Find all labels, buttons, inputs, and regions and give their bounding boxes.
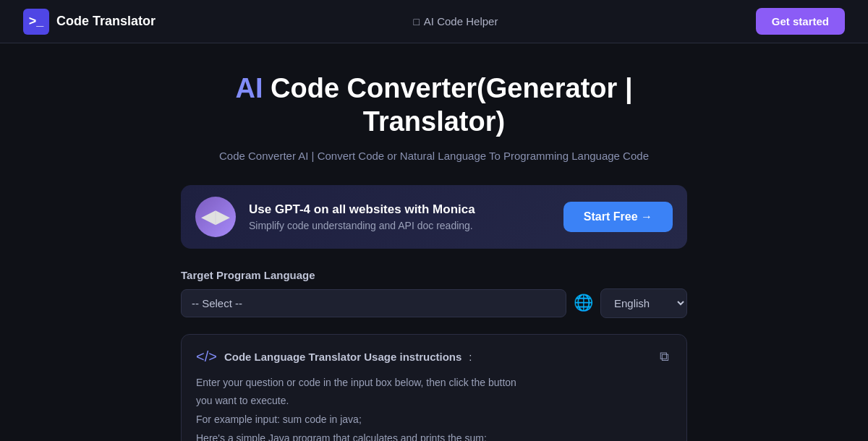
copy-instructions-button[interactable]: ⧉ <box>657 348 672 366</box>
instructions-card: </> Code Language Translator Usage instr… <box>181 334 687 441</box>
instruction-line-1: Enter your question or code in the input… <box>196 374 672 392</box>
promo-text: Use GPT-4 on all websites with Monica Si… <box>249 202 550 231</box>
promo-banner: ◀▶ Use GPT-4 on all websites with Monica… <box>181 185 687 249</box>
navbar: >_ Code Translator □ AI Code Helper Get … <box>0 0 868 43</box>
instruction-line-3: For example input: sum code in java; <box>196 411 672 429</box>
instruction-line-4: Here's a simple Java program that calcul… <box>196 430 672 441</box>
globe-icon: 🌐 <box>574 294 593 312</box>
instructions-text: Enter your question or code in the input… <box>196 374 672 441</box>
language-row: -- Select -- 🌐 English Spanish French Ge… <box>181 288 687 318</box>
instructions-header: </> Code Language Translator Usage instr… <box>196 348 672 366</box>
instructions-colon: : <box>469 351 472 363</box>
title-rest: Code Converter(Generator | Translator) <box>263 73 632 137</box>
main-content: AI Code Converter(Generator | Translator… <box>166 43 702 441</box>
instructions-title-row: </> Code Language Translator Usage instr… <box>196 348 472 365</box>
navbar-center-label: AI Code Helper <box>424 15 498 27</box>
page-subtitle: Code Converter AI | Convert Code or Natu… <box>181 148 687 165</box>
get-started-button[interactable]: Get started <box>756 8 845 35</box>
logo: >_ Code Translator <box>23 9 156 35</box>
promo-avatar-icon: ◀▶ <box>201 205 230 228</box>
logo-text: Code Translator <box>56 14 156 29</box>
ai-helper-icon: □ <box>413 16 419 27</box>
language-select-main[interactable]: -- Select -- <box>181 289 566 317</box>
ai-label: AI <box>235 73 263 103</box>
language-select-english[interactable]: English Spanish French German Chinese <box>600 288 687 318</box>
logo-icon: >_ <box>23 9 49 35</box>
target-language-label: Target Program Language <box>181 269 687 281</box>
code-tag-icon: </> <box>196 348 217 365</box>
promo-heading: Use GPT-4 on all websites with Monica <box>249 202 550 217</box>
promo-avatar: ◀▶ <box>195 197 236 237</box>
page-title: AI Code Converter(Generator | Translator… <box>181 72 687 138</box>
instruction-line-2: you want to execute. <box>196 393 672 410</box>
promo-description: Simplify code understanding and API doc … <box>249 220 550 231</box>
navbar-center: □ AI Code Helper <box>413 15 498 27</box>
instructions-title: Code Language Translator Usage instructi… <box>224 351 461 363</box>
start-free-button[interactable]: Start Free → <box>563 202 673 232</box>
